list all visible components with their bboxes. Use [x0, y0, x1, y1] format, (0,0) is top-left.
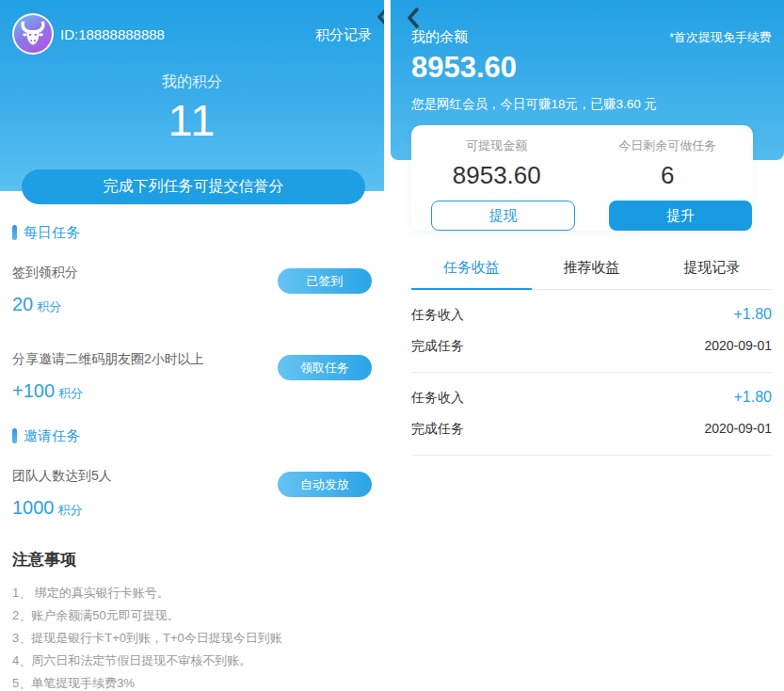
points-value: 11: [0, 94, 384, 146]
earnings-tabs: 任务收益 推荐收益 提现记录: [411, 259, 772, 290]
user-id: ID:18888888888: [60, 26, 165, 42]
task-points: 1000积分: [12, 497, 372, 519]
section-bar-icon: [12, 428, 17, 443]
note-item: 3、提现是银行卡T+0到账，T+0今日提现今日到账: [12, 627, 372, 650]
notes-title: 注意事项: [12, 549, 372, 570]
notes-list: 1、 绑定的真实银行卡账号。 2、账户余额满50元即可提现。 3、提现是银行卡T…: [12, 582, 372, 691]
task-row-team: 团队人数达到5人 1000积分 自动发放: [12, 453, 372, 522]
balance-title: 我的余额: [411, 28, 468, 46]
clipped-back-icon: [376, 7, 384, 31]
earnings-record-list: 任务收入 +1.80 完成任务 2020-09-01 任务收入 +1.80 完成…: [411, 290, 772, 456]
points-header: ID:18888888888 积分记录 我的积分 11: [0, 0, 384, 191]
upgrade-button[interactable]: 提升: [609, 201, 752, 231]
task-row-signin: 签到领积分 20积分 已签到: [12, 249, 372, 319]
section-invite-tasks: 邀请任务: [12, 426, 372, 445]
record-date: 2020-09-01: [704, 421, 772, 436]
note-item: 4、周六日和法定节假日提现不审核不到账。: [12, 650, 372, 672]
record-desc: 完成任务: [411, 421, 464, 438]
record-item: 任务收入 +1.80 完成任务 2020-09-01: [411, 290, 772, 373]
points-record-link[interactable]: 积分记录: [315, 26, 372, 44]
tab-withdraw-records[interactable]: 提现记录: [651, 259, 772, 289]
note-item: 5、单笔提现手续费3%: [12, 672, 372, 691]
note-item: 1、 绑定的真实银行卡账号。: [12, 582, 372, 604]
task-points: 20积分: [12, 294, 372, 315]
bull-head-icon: [17, 16, 49, 52]
withdraw-button[interactable]: 提现: [431, 201, 575, 231]
section-daily-label: 每日任务: [24, 224, 80, 242]
section-daily-tasks: 每日任务: [12, 223, 372, 242]
section-bar-icon: [12, 225, 17, 240]
tasks-remaining-value: 6: [583, 161, 754, 190]
record-desc: 完成任务: [411, 338, 464, 355]
tab-task-earnings[interactable]: 任务收益: [411, 259, 532, 290]
withdrawable-value: 8953.60: [411, 161, 583, 190]
balance-amount: 8953.60: [411, 51, 517, 85]
task-points-number: 20: [12, 294, 33, 314]
points-screen: ID:18888888888 积分记录 我的积分 11 完成下列任务可提交信誉分…: [0, 0, 384, 691]
fee-note: *首次提现免手续费: [669, 29, 772, 46]
task-points-unit: 积分: [58, 386, 83, 400]
avatar[interactable]: [12, 13, 54, 55]
task-row-share: 分享邀请二维码朋友圈2小时以上 +100积分 领取任务: [12, 336, 372, 406]
record-type: 任务收入: [411, 307, 464, 324]
task-points: +100积分: [12, 380, 372, 402]
section-invite-label: 邀请任务: [24, 427, 80, 445]
record-amount: +1.80: [734, 389, 772, 406]
task-points-unit: 积分: [58, 503, 83, 517]
record-amount: +1.80: [734, 306, 772, 323]
task-list: 每日任务 签到领积分 20积分 已签到 分享邀请二维码朋友圈2小时以上 +100…: [0, 191, 384, 691]
tab-referral-earnings[interactable]: 推荐收益: [532, 259, 652, 289]
task-points-number: +100: [12, 380, 55, 401]
balance-card: 可提现金额 8953.60 今日剩余可做任务 6 提现 提升: [411, 125, 753, 231]
claim-task-button[interactable]: 领取任务: [278, 355, 372, 380]
tasks-remaining-label: 今日剩余可做任务: [583, 137, 754, 154]
record-date: 2020-09-01: [704, 338, 772, 353]
auto-issue-button[interactable]: 自动发放: [278, 472, 372, 497]
back-button[interactable]: [404, 8, 423, 28]
withdrawable-column: 可提现金额 8953.60: [411, 137, 583, 190]
task-points-number: 1000: [12, 497, 55, 518]
points-label: 我的积分: [0, 72, 384, 92]
note-item: 2、账户余额满50元即可提现。: [12, 604, 372, 627]
member-earnings-subtitle: 您是网红会员，今日可赚18元，已赚3.60 元: [411, 96, 657, 113]
tasks-remaining-column: 今日剩余可做任务 6: [583, 137, 754, 190]
task-points-unit: 积分: [37, 299, 61, 313]
balance-screen: 我的余额 *首次提现免手续费 8953.60 您是网红会员，今日可赚18元，已赚…: [391, 0, 784, 691]
submit-credit-button[interactable]: 完成下列任务可提交信誉分: [22, 169, 365, 204]
signed-in-button[interactable]: 已签到: [278, 268, 372, 294]
record-type: 任务收入: [411, 390, 464, 407]
withdrawable-label: 可提现金额: [411, 137, 583, 154]
notes-section: 注意事项 1、 绑定的真实银行卡账号。 2、账户余额满50元即可提现。 3、提现…: [12, 549, 372, 691]
record-item: 任务收入 +1.80 完成任务 2020-09-01: [411, 373, 772, 456]
